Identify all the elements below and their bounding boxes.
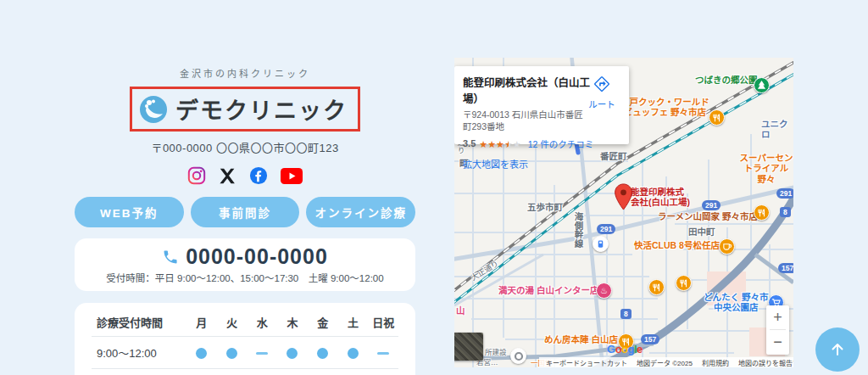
spa-pin[interactable]: ♨ <box>596 283 612 299</box>
schedule-header-cell: 木 <box>277 314 308 330</box>
google-logo[interactable]: Google <box>607 343 643 355</box>
cafe-pin[interactable] <box>719 238 735 255</box>
map-label: つばきの郷公園 <box>695 75 758 85</box>
star-icon: ★ <box>487 139 496 149</box>
reception-hours: 受付時間：平日 9:00〜12:00、15:00〜17:30 土曜 9:00〜1… <box>75 271 415 284</box>
arrow-up-icon <box>829 341 846 358</box>
route-badge: 8 <box>620 309 632 319</box>
map-label: スーパーセン トライアル野々 <box>739 153 793 184</box>
map-label: どんたく 野々市 中央公園店 <box>704 292 768 313</box>
map-zoom-control: + − <box>766 305 789 355</box>
youtube-icon[interactable] <box>281 168 303 184</box>
schedule-cell <box>338 346 369 359</box>
map-label: 満天の湯 白山インター店 <box>498 285 598 295</box>
open-dot <box>348 348 359 359</box>
star-icon: ★ <box>504 139 513 149</box>
keyboard-shortcuts-link[interactable]: キーボードショートカット <box>546 358 627 367</box>
map-data-label: 地図データ ©2025 <box>637 358 693 367</box>
map-label: 能登印刷株式 会社(白山工場) <box>631 187 690 208</box>
schedule-cell <box>277 346 308 359</box>
star-icon: ★ <box>513 139 521 149</box>
x-icon[interactable] <box>219 167 236 185</box>
schedule-header-cell: 土 <box>338 314 369 330</box>
clinic-panel: 金沢市の内科クリニック デモクリニック 〒000-0000 〇〇県〇〇市〇〇町1… <box>75 0 415 375</box>
restaurant-pin[interactable] <box>709 109 725 126</box>
schedule-row: 15:00〜17:30 <box>92 369 398 375</box>
place-address: 〒924-0013 石川県白山市番匠町293番地 <box>463 109 592 132</box>
restaurant-pin[interactable] <box>676 275 692 291</box>
open-dot <box>196 348 207 359</box>
route-badge: 291 <box>702 200 721 210</box>
terms-link[interactable]: 利用規約 <box>702 358 729 367</box>
map-label: ラーメン山岡家 野々市店 <box>658 211 758 221</box>
station-pin[interactable] <box>593 236 609 252</box>
schedule-header-cell: 金 <box>308 314 338 330</box>
directions-button[interactable]: ルート <box>581 76 622 110</box>
schedule-cell <box>368 346 398 359</box>
schedule-header-cell: 火 <box>217 314 248 330</box>
map-label: ユニクロ <box>761 119 793 140</box>
clinic-logo-icon <box>139 95 168 124</box>
map-label: 五歩市町 <box>527 202 563 212</box>
map-label: 快活CLUB 8号松任店 <box>634 240 720 250</box>
phone-icon <box>162 249 179 266</box>
expand-map-link[interactable]: 拡大地図を表示 <box>463 157 620 171</box>
restaurant-pin[interactable] <box>648 279 665 295</box>
schedule-time: 9:00〜12:00 <box>92 344 186 361</box>
schedule-cell <box>247 346 277 359</box>
clinic-address: 〒000-0000 〇〇県〇〇市〇〇町123 <box>75 139 415 155</box>
schedule-header-cell: 診療受付時間 <box>92 314 186 330</box>
closed-dash <box>256 352 268 355</box>
map-info-card: 能登印刷株式会社（白山工場） 〒924-0013 石川県白山市番匠町293番地 … <box>454 66 629 144</box>
open-dot <box>226 348 237 359</box>
phone-number[interactable]: 0000-00-0000 <box>186 244 328 269</box>
schedule-row: 9:00〜12:00 <box>92 337 398 369</box>
open-dot <box>317 348 328 359</box>
schedule-header-cell: 日祝 <box>368 314 398 330</box>
clinic-tagline: 金沢市の内科クリニック <box>75 66 415 80</box>
phone-card: 0000-00-0000 受付時間：平日 9:00〜12:00、15:00〜17… <box>75 238 415 291</box>
place-pin[interactable] <box>510 348 526 364</box>
schedule-header-cell: 水 <box>247 314 277 330</box>
schedule-cell <box>186 346 217 359</box>
place-rating: 3.5 ★★★★★ 12 件のクチコミ <box>463 136 620 151</box>
schedule-cell <box>217 346 248 359</box>
open-dot <box>287 348 298 359</box>
report-error-link[interactable]: 地図の誤りを報告する <box>738 358 793 367</box>
park-pin[interactable] <box>754 77 770 93</box>
map-label: 海側幹線 <box>573 212 583 248</box>
map-label: 田中町 <box>688 227 715 237</box>
route-badge: 157 <box>641 334 659 344</box>
destination-marker[interactable] <box>614 183 633 210</box>
facebook-icon[interactable] <box>249 166 268 185</box>
instagram-icon[interactable] <box>187 166 206 185</box>
satellite-thumbnail[interactable] <box>454 333 483 361</box>
restaurant-pin[interactable] <box>754 204 770 221</box>
map-label: 神戸クック・ワールド ビュッフェ 野々市店 <box>620 97 709 118</box>
map-label: 山 <box>456 305 465 316</box>
route-badge: 8 <box>780 207 791 217</box>
schedule-cell <box>308 346 338 359</box>
zoom-in-button[interactable]: + <box>766 305 789 329</box>
clinic-name: デモクリニック <box>175 92 348 126</box>
rating-score: 3.5 <box>463 138 476 148</box>
route-badge: 157 <box>778 263 793 273</box>
rating-stars: ★★★★★ <box>479 136 520 151</box>
action-buttons: WEB予約 事前問診 オンライン診療 <box>75 197 415 227</box>
star-icon: ★ <box>496 139 504 149</box>
google-map[interactable]: つばきの郷公園ユニクロ神戸クック・ワールド ビュッフェ 野々市店スーパーセン ト… <box>454 58 793 367</box>
map-label: 所建設 <box>485 348 507 356</box>
star-icon: ★ <box>479 139 487 149</box>
pre-questionnaire-button[interactable]: 事前問診 <box>191 197 300 227</box>
web-reservation-button[interactable]: WEB予約 <box>75 197 184 227</box>
schedule-header-cell: 月 <box>186 314 217 330</box>
directions-label: ルート <box>581 98 622 110</box>
zoom-out-button[interactable]: − <box>766 330 789 354</box>
route-badge: 291 <box>597 224 615 234</box>
online-consultation-button[interactable]: オンライン診療 <box>306 197 415 227</box>
reviews-link[interactable]: 12 件のクチコミ <box>528 137 594 150</box>
scroll-to-top-button[interactable] <box>815 327 860 372</box>
place-title: 能登印刷株式会社（白山工場） <box>463 74 592 106</box>
schedule-body: 9:00〜12:0015:00〜17:30 <box>92 337 398 375</box>
directions-icon <box>593 76 610 92</box>
